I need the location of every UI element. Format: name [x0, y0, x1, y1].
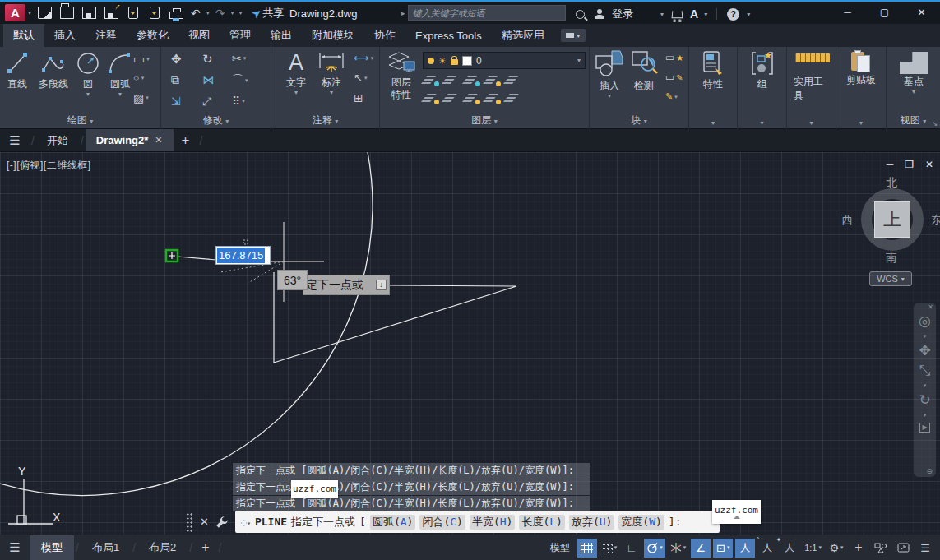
grid-toggle[interactable]	[577, 539, 597, 558]
ribbon-display-toggle[interactable]: ▾	[561, 29, 586, 42]
model-tab[interactable]: 模型	[30, 535, 74, 560]
fillet-tool[interactable]: ⌒▾	[232, 73, 248, 88]
qat-customize-caret-icon[interactable]: ▾	[239, 9, 243, 16]
autodesk-app-icon[interactable]: A	[690, 7, 698, 21]
orbit-caret-icon[interactable]: ▾	[924, 413, 927, 417]
move-tool[interactable]: ✥	[171, 52, 182, 67]
user-icon[interactable]	[595, 9, 604, 19]
ortho-toggle[interactable]: ∟	[622, 539, 641, 558]
layout-menu-icon[interactable]: ☰	[0, 535, 30, 560]
account-caret-icon[interactable]: ▾	[660, 11, 664, 18]
file-tab-close-icon[interactable]: ✕	[155, 135, 162, 146]
app-menu-caret-icon[interactable]: ▾	[28, 9, 31, 16]
orbit-icon[interactable]: ↻	[919, 393, 930, 407]
panel-layers-label[interactable]: 图层 ▾	[380, 113, 589, 127]
option-length[interactable]: 长度(L)	[519, 515, 564, 530]
ribbon-tab-annotate[interactable]: 注释	[86, 24, 127, 47]
snap-toggle[interactable]: ▾	[600, 539, 620, 558]
isodraft-toggle[interactable]: ▾	[668, 539, 689, 558]
group-tool[interactable]: ★ 组	[746, 50, 779, 91]
line-tool[interactable]: 直线	[2, 50, 33, 91]
create-block-tool[interactable]: ▭★	[665, 52, 683, 63]
rotate-tool[interactable]: ↻	[202, 52, 213, 67]
edit-attribute-tool[interactable]: ✎▾	[665, 91, 678, 102]
navbar-close-icon[interactable]: ✕	[928, 303, 933, 311]
recent-commands-icon[interactable]: ◌▾	[241, 516, 251, 528]
drawing-canvas[interactable]: [-][俯视][二维线框] ─ ❐ ✕ Y X 北	[0, 152, 940, 535]
upload-mobile-icon[interactable]	[128, 7, 138, 19]
viewcube-top-face[interactable]: 上	[874, 201, 910, 238]
paste-tool[interactable]: 剪贴板	[845, 50, 877, 87]
file-tabs-menu-icon[interactable]: ☰	[0, 129, 30, 151]
annotation-autoscale-toggle[interactable]: 人✦	[757, 539, 777, 558]
leader-tool[interactable]: ↖▾	[354, 72, 367, 84]
rectangle-tool[interactable]: ▭▾	[133, 52, 150, 67]
object-snap-toggle[interactable]: ⊡▾	[713, 539, 733, 558]
arc-tool[interactable]: 圆弧 ▾	[104, 50, 137, 97]
ribbon-tab-parametric[interactable]: 参数化	[127, 24, 178, 47]
text-flyout-caret-icon[interactable]: ▾	[294, 90, 298, 95]
panel-block-label[interactable]: 块 ▾	[590, 113, 688, 127]
ribbon-tab-view[interactable]: 视图	[178, 24, 220, 47]
save-as-icon[interactable]	[104, 7, 118, 19]
check-block-tool[interactable]: 检测	[627, 49, 660, 93]
dimension-style-tool[interactable]: ⟷▾	[354, 52, 373, 64]
wheel-caret-icon[interactable]: ▾	[924, 334, 927, 338]
file-tab-drawing2[interactable]: Drawing2* ✕	[86, 129, 174, 151]
share-label[interactable]: 共享	[262, 6, 284, 21]
ribbon-tab-output[interactable]: 输出	[261, 24, 302, 47]
panel-modify-label[interactable]: 修改 ▾	[161, 113, 271, 127]
isolate-objects-button[interactable]	[871, 539, 891, 558]
table-tool[interactable]: ⊞	[354, 91, 363, 104]
dynamic-input-field[interactable]: 167.8715	[215, 246, 271, 265]
workspace-switching-button[interactable]: ⚙▾	[827, 539, 846, 558]
store-cart-icon[interactable]	[672, 11, 683, 18]
redo-caret-icon[interactable]: ▾	[231, 9, 234, 16]
navbar-collapse-icon[interactable]: ⊖	[926, 467, 933, 475]
layer-on-all-tool[interactable]	[424, 92, 439, 104]
option-width[interactable]: 宽度(W)	[618, 515, 664, 530]
annotation-scale-value[interactable]: 1:1▾	[802, 539, 824, 558]
viewcube-north[interactable]: 北	[886, 176, 897, 191]
panel-clipboard-flyout[interactable]: ▾	[836, 116, 886, 127]
app-logo[interactable]: A	[5, 4, 25, 21]
zoom-caret-icon[interactable]: ▾	[924, 383, 927, 387]
layer-freeze-tool[interactable]	[465, 74, 480, 86]
viewcube-east[interactable]: 东	[931, 213, 940, 228]
properties-tool[interactable]: 特性	[696, 50, 730, 91]
annotation-monitor-button[interactable]: +	[849, 539, 868, 558]
layout1-tab[interactable]: 布局1	[81, 535, 131, 560]
ribbon-tab-addins[interactable]: 附加模块	[302, 24, 364, 47]
option-undo[interactable]: 放弃(U)	[569, 515, 614, 530]
panel-annotation-label[interactable]: 注释 ▾	[271, 113, 379, 127]
edit-block-tool[interactable]: ▭✎	[665, 72, 683, 83]
undo-caret-icon[interactable]: ▾	[206, 9, 210, 16]
search-input[interactable]	[408, 5, 566, 21]
window-close-button[interactable]: ✕	[903, 2, 940, 24]
clean-screen-button[interactable]	[893, 539, 913, 558]
dimension-tool[interactable]: 标注 ▾	[314, 50, 349, 95]
ribbon-tab-home[interactable]: 默认	[3, 24, 44, 47]
viewcube[interactable]: 北 南 西 东 上	[855, 183, 929, 257]
option-close[interactable]: 闭合(C)	[419, 515, 465, 530]
layer-unlock-tool[interactable]	[465, 92, 480, 104]
new-drawing-tab-button[interactable]: +	[174, 132, 198, 149]
navigation-bar[interactable]: ✕ ◎ ▾ ✥ ⤡ ▾ ↻ ▾ ▶ ⊖	[914, 303, 936, 477]
showmotion-icon[interactable]: ▶	[919, 423, 929, 433]
layer-match-tool[interactable]	[507, 92, 521, 104]
new-layout-button[interactable]: +	[194, 540, 216, 555]
layer-isolate-tool[interactable]	[445, 74, 460, 86]
customization-menu-icon[interactable]: ☰	[915, 539, 935, 558]
polar-tracking-toggle[interactable]: ▾	[644, 539, 665, 558]
layer-select-dropdown[interactable]: ☀ 0 ▾	[423, 52, 586, 69]
plot-icon[interactable]	[169, 12, 183, 19]
help-icon[interactable]: ?	[727, 8, 739, 21]
arc-flyout-caret-icon[interactable]: ▾	[118, 92, 122, 97]
stretch-tool[interactable]: ⇲	[171, 95, 181, 108]
option-arc[interactable]: 圆弧(A)	[370, 515, 415, 530]
panel-utilities-flyout[interactable]: ▾	[787, 116, 836, 127]
layer-thaw-all-tool[interactable]	[486, 92, 501, 104]
polyline-tool[interactable]: 多段线	[35, 50, 72, 91]
layer-off-tool[interactable]	[424, 74, 439, 86]
base-flyout-caret-icon[interactable]: ▾	[912, 90, 915, 95]
